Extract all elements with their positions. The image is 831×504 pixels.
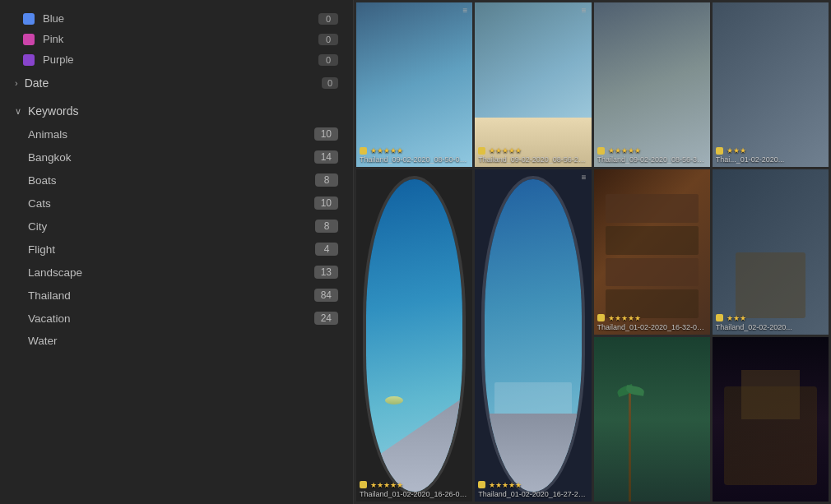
- photo-label-1: ★★★★★ Thailand_09-02-2020_08-50-05.eip: [360, 146, 469, 164]
- keyword-count-cats: 10: [314, 197, 338, 210]
- photo-label-4: ★★★ Thai..._01-02-2020...: [716, 146, 825, 164]
- keyword-label-water: Water: [28, 335, 338, 347]
- photo-label-5: ★★★★★ Thailand_01-02-2020_16-26-05.eip: [360, 481, 469, 498]
- photo-label-8: ★★★ Thailand_02-02-2020...: [716, 314, 825, 331]
- keyword-label-city: City: [28, 220, 315, 233]
- photo-cell-7[interactable]: ★★★★★ Thailand_01-02-2020_16-32-09.eip: [594, 169, 710, 334]
- keyword-item-water[interactable]: Water: [0, 330, 353, 352]
- purple-swatch: [23, 54, 35, 66]
- color-label-purple: Purple: [43, 53, 318, 66]
- photo-cell-4[interactable]: ★★★ Thai..._01-02-2020...: [713, 2, 829, 167]
- date-section-label: Date: [25, 76, 49, 90]
- keyword-item-boats[interactable]: Boats 8: [0, 169, 353, 192]
- color-label-pink: Pink: [43, 33, 318, 45]
- date-section-header[interactable]: › Date 0: [0, 70, 353, 96]
- keyword-count-vacation: 24: [314, 312, 338, 325]
- keyword-count-flight: 4: [315, 243, 338, 256]
- photo-cell-5[interactable]: ★★★★★ Thailand_01-02-2020_16-26-05.eip: [356, 169, 472, 502]
- keyword-label-boats: Boats: [28, 174, 315, 187]
- photo-cell-8[interactable]: ★★★ Thailand_02-02-2020...: [713, 169, 829, 334]
- photo-label-2: ★★★★★ Thailand_09-02-2020_08-56-22.eip: [478, 146, 587, 164]
- keyword-item-cats[interactable]: Cats 10: [0, 192, 353, 215]
- keyword-label-flight: Flight: [28, 243, 315, 256]
- color-item-purple[interactable]: Purple 0: [0, 49, 353, 70]
- keyword-label-animals: Animals: [28, 128, 314, 141]
- stack-icon-1: ≡: [462, 6, 467, 15]
- keyword-item-landscape[interactable]: Landscape 13: [0, 261, 353, 284]
- keywords-chevron-icon: ∨: [15, 106, 21, 117]
- keyword-label-bangkok: Bangkok: [28, 151, 314, 164]
- photo-label-7: ★★★★★ Thailand_01-02-2020_16-32-09.eip: [597, 314, 707, 331]
- color-count-blue: 0: [318, 13, 338, 25]
- date-count: 0: [322, 77, 338, 89]
- keyword-item-flight[interactable]: Flight 4: [0, 238, 353, 261]
- pink-swatch: [23, 34, 35, 45]
- keyword-count-thailand: 84: [314, 289, 338, 302]
- keyword-count-landscape: 13: [314, 266, 338, 279]
- date-chevron-icon: ›: [15, 78, 18, 88]
- color-label-blue: Blue: [43, 12, 318, 25]
- color-count-purple: 0: [318, 54, 338, 66]
- keyword-label-cats: Cats: [28, 197, 314, 210]
- keyword-item-animals[interactable]: Animals 10: [0, 123, 353, 146]
- photo-cell-6[interactable]: ≡ ★★★★★ Thailand_01-02-2020_16-27-29.eip: [475, 169, 591, 502]
- keyword-item-bangkok[interactable]: Bangkok 14: [0, 146, 353, 169]
- keyword-item-thailand[interactable]: Thailand 84: [0, 284, 353, 307]
- keyword-count-bangkok: 14: [314, 150, 338, 164]
- photo-label-3: ★★★★★ Thailand_09-02-2020_08-56-31.eip: [597, 146, 707, 164]
- photo-cell-1[interactable]: ≡ ★★★★★ Thailand_09-02-2020_08-50-05.eip: [356, 2, 472, 167]
- keyword-count-boats: 8: [315, 173, 338, 187]
- photo-grid-area: ≡ ★★★★★ Thailand_09-02-2020_08-50-05.eip…: [354, 0, 831, 504]
- blue-swatch: [23, 13, 35, 25]
- photo-cell-3[interactable]: ★★★★★ Thailand_09-02-2020_08-56-31.eip: [594, 2, 710, 167]
- stack-icon-6: ≡: [582, 173, 587, 182]
- photo-grid: ≡ ★★★★★ Thailand_09-02-2020_08-50-05.eip…: [354, 0, 831, 504]
- keyword-label-vacation: Vacation: [28, 312, 314, 325]
- color-count-pink: 0: [318, 34, 338, 45]
- color-item-pink[interactable]: Pink 0: [0, 29, 353, 49]
- colors-section: Blue 0 Pink 0 Purple 0: [0, 8, 353, 70]
- keyword-label-landscape: Landscape: [28, 266, 314, 279]
- photo-cell-2[interactable]: ≡ ★★★★★ Thailand_09-02-2020_08-56-22.eip: [475, 2, 591, 167]
- keywords-section-header[interactable]: ∨ Keywords: [0, 96, 353, 123]
- sidebar: Blue 0 Pink 0 Purple 0 › Date 0 ∨ Keywor…: [0, 0, 354, 504]
- keyword-count-city: 8: [315, 220, 338, 233]
- photo-cell-10[interactable]: [713, 337, 829, 502]
- photo-cell-9[interactable]: [594, 337, 710, 502]
- stack-icon-2: ≡: [582, 6, 587, 15]
- keyword-item-vacation[interactable]: Vacation 24: [0, 307, 353, 330]
- color-item-blue[interactable]: Blue 0: [0, 8, 353, 29]
- keyword-item-city[interactable]: City 8: [0, 215, 353, 238]
- keyword-label-thailand: Thailand: [28, 289, 314, 302]
- keywords-section-label: Keywords: [28, 104, 78, 118]
- keyword-count-animals: 10: [314, 127, 338, 141]
- keywords-list: Animals 10 Bangkok 14 Boats 8 Cats 10 Ci…: [0, 123, 353, 352]
- photo-label-6: ★★★★★ Thailand_01-02-2020_16-27-29.eip: [478, 481, 587, 498]
